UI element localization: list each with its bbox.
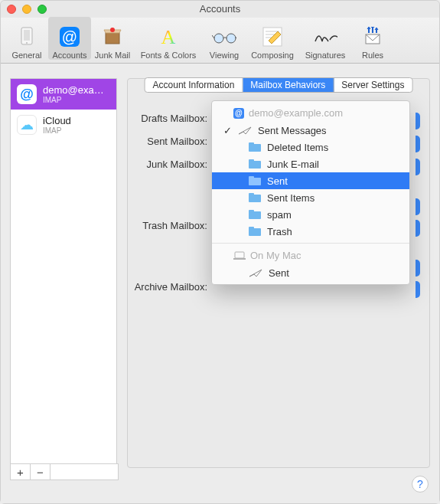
- toolbar-general[interactable]: General: [5, 17, 48, 60]
- toolbar-rules[interactable]: Rules: [351, 17, 394, 60]
- minimize-window-button[interactable]: [22, 5, 31, 14]
- popup-item-spam[interactable]: ✓ spam: [212, 206, 409, 223]
- trash-dropdown[interactable]: [416, 220, 420, 237]
- popup-onmymac-label: On My Mac: [250, 250, 301, 261]
- svg-rect-21: [249, 210, 254, 213]
- remove-account-button[interactable]: −: [31, 464, 51, 479]
- svg-text:A: A: [161, 26, 176, 48]
- tab-mailbox-behaviors[interactable]: Mailbox Behaviors: [243, 78, 334, 92]
- zoom-window-button[interactable]: [37, 5, 47, 14]
- popup-item-label: spam: [267, 209, 292, 221]
- compose-icon: [260, 25, 285, 49]
- popup-item-local-sent[interactable]: ✓ Sent: [212, 264, 409, 281]
- popup-item-sent[interactable]: ✓ Sent: [212, 172, 409, 189]
- svg-point-6: [110, 28, 115, 32]
- svg-point-9: [227, 34, 236, 43]
- label-junk: Junk Mailbox:: [128, 159, 212, 170]
- account-name: iCloud: [43, 115, 71, 126]
- toolbar: General @ Accounts Junk Mail A Fonts & C…: [1, 18, 439, 64]
- archive-dropdown[interactable]: [416, 281, 420, 298]
- svg-rect-25: [233, 258, 246, 260]
- traffic-lights: [7, 5, 47, 14]
- row-dropdown[interactable]: [416, 198, 420, 215]
- glasses-icon: [212, 25, 236, 49]
- label-trash: Trash Mailbox:: [128, 220, 212, 231]
- toolbar-label: Junk Mail: [95, 51, 130, 60]
- account-name: demo@exa…: [43, 84, 104, 96]
- popup-item-label: Trash: [267, 226, 292, 237]
- popup-item-deleted[interactable]: ✓ Deleted Items: [212, 139, 409, 155]
- toolbar-signatures[interactable]: Signatures: [299, 17, 351, 60]
- junk-dropdown[interactable]: [416, 159, 420, 175]
- add-account-button[interactable]: +: [11, 464, 31, 479]
- folder-icon: [249, 159, 261, 169]
- svg-rect-15: [249, 159, 254, 162]
- toolbar-fonts-colors[interactable]: A Fonts & Colors: [134, 17, 203, 60]
- popup-item-trash[interactable]: ✓ Trash: [212, 223, 409, 240]
- titlebar: Accounts: [1, 1, 439, 18]
- toolbar-label: Fonts & Colors: [141, 51, 197, 60]
- account-protocol: IMAP: [43, 96, 104, 104]
- checkmark-icon: ✓: [223, 125, 232, 136]
- folder-icon: [249, 227, 261, 236]
- popup-section-onmymac: On My Mac: [212, 247, 409, 264]
- popup-account-name: demo@example.com: [249, 107, 343, 119]
- svg-text:@: @: [62, 28, 77, 45]
- drafts-dropdown[interactable]: [416, 113, 420, 129]
- junk-icon: [100, 25, 125, 49]
- accounts-sidebar: @ demo@exa… IMAP ☁ iCloud IMAP + −: [10, 78, 117, 464]
- folder-icon: [249, 193, 261, 202]
- row-dropdown[interactable]: [416, 260, 420, 277]
- svg-rect-17: [249, 176, 254, 179]
- toolbar-composing[interactable]: Composing: [246, 17, 299, 60]
- tab-server-settings[interactable]: Server Settings: [334, 78, 412, 92]
- popup-item-label: Sent Messages: [258, 125, 327, 136]
- popup-item-junk-email[interactable]: ✓ Junk E-mail: [212, 155, 409, 172]
- close-window-button[interactable]: [7, 5, 16, 14]
- popup-item-label: Sent Items: [267, 192, 315, 204]
- laptop-icon: [233, 251, 246, 260]
- folder-icon: [249, 176, 261, 185]
- toolbar-junkmail[interactable]: Junk Mail: [91, 17, 134, 60]
- popup-item-sent-messages[interactable]: ✓ Sent Messages: [212, 122, 409, 139]
- account-text: demo@exa… IMAP: [43, 84, 104, 104]
- svg-rect-24: [235, 252, 244, 258]
- sidebar-footer: + −: [10, 463, 119, 480]
- toolbar-viewing[interactable]: Viewing: [203, 17, 246, 60]
- popup-item-label: Deleted Items: [267, 142, 328, 153]
- account-protocol: IMAP: [43, 126, 71, 135]
- sent-icon: [238, 126, 252, 135]
- label-archive: Archive Mailbox:: [128, 281, 212, 293]
- label-drafts: Drafts Mailbox:: [128, 113, 212, 124]
- sent-icon: [249, 268, 262, 277]
- window-title: Accounts: [200, 3, 240, 15]
- rules-icon: [360, 25, 385, 49]
- sidebar-footer-spacer: [51, 464, 118, 479]
- account-text: iCloud IMAP: [43, 115, 71, 135]
- fonts-icon: A: [156, 25, 181, 49]
- svg-rect-5: [106, 33, 119, 44]
- cloud-icon: ☁: [17, 115, 37, 135]
- toolbar-label: General: [11, 51, 41, 60]
- tab-account-information[interactable]: Account Information: [145, 78, 243, 92]
- at-icon: @: [17, 84, 37, 104]
- help-button[interactable]: ?: [412, 476, 429, 493]
- folder-icon: [249, 142, 261, 152]
- mailbox-popup: @ demo@example.com ✓ Sent Messages ✓ Del…: [211, 100, 410, 285]
- accounts-window: Accounts General @ Accounts Junk Mail: [0, 0, 440, 504]
- popup-item-label: Junk E-mail: [267, 159, 319, 170]
- account-row-icloud[interactable]: ☁ iCloud IMAP: [11, 110, 116, 140]
- toolbar-label: Composing: [251, 51, 294, 60]
- toolbar-accounts[interactable]: @ Accounts: [48, 17, 91, 60]
- toolbar-label: Rules: [362, 51, 383, 60]
- account-row-demo[interactable]: @ demo@exa… IMAP: [11, 79, 116, 110]
- label-sent: Sent Mailbox:: [128, 136, 212, 147]
- popup-item-sent-items[interactable]: ✓ Sent Items: [212, 189, 409, 206]
- toolbar-label: Viewing: [210, 51, 239, 60]
- at-icon: @: [233, 108, 244, 119]
- svg-point-2: [26, 42, 28, 44]
- svg-rect-13: [249, 142, 254, 146]
- toolbar-label: Accounts: [52, 51, 86, 60]
- general-icon: [15, 25, 39, 49]
- sent-dropdown[interactable]: [416, 136, 420, 152]
